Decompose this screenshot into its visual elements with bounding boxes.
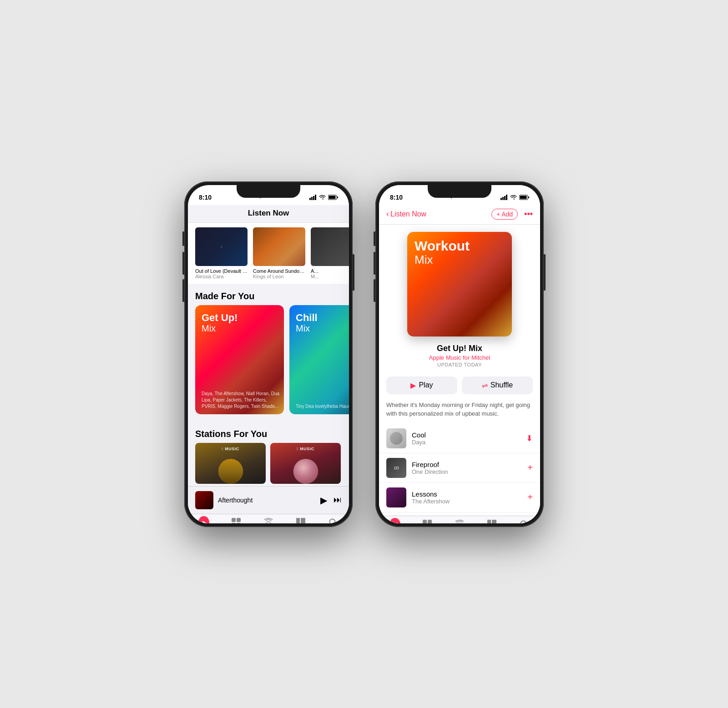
track-item-fireproof[interactable]: 1D Fireproof One Direction +	[379, 453, 540, 483]
playback-buttons: ▶ Play ⇌ Shuffle	[379, 372, 540, 399]
mini-forward-button[interactable]: ⏭	[334, 495, 342, 505]
svg-rect-9	[232, 523, 236, 523]
detail-scroll[interactable]: Workout Mix Get Up! Mix Apple Music for …	[379, 225, 540, 516]
mini-player-controls: ▶ ⏭	[320, 495, 342, 506]
get-up-text: Get Up! Mix	[202, 312, 238, 334]
phones-container: 8:10 ✈	[184, 181, 544, 527]
playlist-info: Get Up! Mix Apple Music for Mitchel UPDA…	[379, 344, 540, 372]
svg-point-11	[267, 522, 270, 523]
notch	[237, 185, 300, 198]
back-button[interactable]: ‹ Listen Now	[386, 209, 426, 219]
phone-1: 8:10 ✈	[184, 181, 353, 527]
volume-down-button-2	[374, 279, 375, 302]
artwork-sub: Mix	[415, 253, 470, 267]
svg-rect-22	[528, 196, 529, 198]
mute-button-2	[374, 231, 375, 246]
chevron-left-icon: ‹	[386, 209, 389, 219]
tab-radio-2[interactable]: Radio	[444, 519, 476, 523]
mini-play-button[interactable]: ▶	[320, 495, 327, 506]
status-time: 8:10	[199, 194, 212, 201]
wifi-icon	[319, 195, 326, 200]
back-label: Listen Now	[390, 210, 426, 218]
track-info-fireproof: Fireproof One Direction	[412, 461, 522, 475]
svg-rect-13	[301, 518, 305, 523]
scroll-content[interactable]: ♪ Out of Love (Devault Re... Alessia Car…	[188, 223, 349, 486]
playlist-description: Whether it's Monday morning or Friday ni…	[379, 399, 540, 424]
tab-listen-now[interactable]: Listen Now	[188, 517, 220, 523]
tab-listen-now-2[interactable]: Listen Now	[379, 519, 411, 523]
stations-title: Stations For You	[195, 429, 267, 439]
station-card-1[interactable]:  MUSIC	[195, 443, 266, 484]
signal-icon	[309, 195, 317, 200]
search-icon	[328, 517, 339, 523]
track-thumb-lessons	[386, 487, 406, 507]
svg-rect-18	[502, 197, 504, 200]
chill-artists: Tiny Dea lovelytheba Haux, Sweet	[296, 403, 349, 410]
tab-library[interactable]: Library	[284, 517, 317, 523]
station-face-2	[293, 459, 318, 484]
library-icon	[295, 517, 306, 523]
chill-mix-card[interactable]: Chill Mix Tiny Dea lovelytheba Haux, Swe…	[289, 305, 349, 414]
artwork-text: Workout Mix	[415, 239, 470, 267]
svg-rect-5	[337, 196, 338, 198]
add-button[interactable]: + Add	[491, 209, 518, 220]
more-button[interactable]: •••	[524, 209, 533, 219]
svg-rect-2	[313, 196, 314, 200]
mini-player[interactable]: Afterthought ▶ ⏭	[188, 486, 349, 514]
tab-browse-2[interactable]: Browse	[411, 519, 444, 523]
volume-down-button	[182, 279, 184, 302]
album-item-2[interactable]: Come Around Sundown... Kings of Leon	[253, 227, 305, 279]
svg-rect-25	[428, 520, 432, 523]
playlist-name: Get Up! Mix	[386, 344, 533, 353]
album-artist-1: Alessia Cara	[195, 274, 248, 279]
track-item-afterthought[interactable]: Afterthought ▶ ⏭	[379, 512, 540, 516]
shuffle-button[interactable]: ⇌ Shuffle	[462, 377, 533, 394]
radio-icon-2	[454, 519, 465, 523]
nav-actions: + Add •••	[491, 209, 533, 220]
main-screen: ♪ Out of Love (Devault Re... Alessia Car…	[188, 223, 349, 523]
track-name-lessons: Lessons	[412, 490, 522, 498]
track-artist-fireproof: One Direction	[412, 468, 522, 475]
volume-up-button-2	[374, 252, 375, 275]
album-artist-3: M...	[311, 274, 349, 279]
get-up-mix-card[interactable]: Get Up! Mix Daya, The Aftershow, Niall H…	[195, 305, 284, 414]
svg-rect-19	[504, 196, 506, 200]
svg-rect-24	[423, 520, 427, 523]
svg-rect-12	[296, 518, 300, 523]
track-item-cool[interactable]: Cool Daya ⬇	[379, 424, 540, 453]
album-cover-3	[311, 227, 349, 266]
tab-radio[interactable]: Radio	[253, 517, 285, 523]
phone-2: 8:10 ✈	[375, 181, 544, 527]
play-button[interactable]: ▶ Play	[386, 377, 457, 394]
stations-row:  MUSIC  MUSIC	[188, 443, 349, 486]
made-for-you-header: Made For You	[188, 284, 349, 305]
tab-library-2[interactable]: Library	[475, 519, 508, 523]
listen-now-play-icon	[198, 516, 209, 523]
battery-icon-2	[519, 195, 529, 200]
track-download-cool[interactable]: ⬇	[526, 433, 533, 443]
tab-search-2[interactable]: Search	[508, 519, 540, 523]
track-add-lessons[interactable]: +	[527, 492, 533, 502]
station-card-2[interactable]:  MUSIC	[270, 443, 341, 484]
album-title-3: A...	[311, 268, 349, 274]
track-name-fireproof: Fireproof	[412, 461, 522, 468]
library-icon-2	[486, 519, 497, 523]
track-artist-lessons: The Aftershow	[412, 498, 522, 505]
album-item-3[interactable]: A... M...	[311, 227, 349, 279]
track-add-fireproof[interactable]: +	[527, 462, 533, 473]
track-info-lessons: Lessons The Aftershow	[412, 490, 522, 505]
listen-now-icon	[198, 517, 209, 523]
album-item-1[interactable]: ♪ Out of Love (Devault Re... Alessia Car…	[195, 227, 248, 279]
listen-now-icon-2	[389, 519, 400, 523]
play-icon: ▶	[410, 381, 416, 390]
chill-bg: Chill Mix Tiny Dea lovelytheba Haux, Swe…	[289, 305, 349, 414]
get-up-name: Get Up!	[202, 312, 238, 323]
track-item-lessons[interactable]: Lessons The Aftershow +	[379, 483, 540, 512]
power-button	[353, 254, 354, 291]
tab-search[interactable]: Search	[317, 517, 349, 523]
svg-rect-23	[520, 196, 527, 199]
made-for-you-title: Made For You	[195, 291, 254, 301]
svg-rect-30	[492, 520, 496, 523]
station-person-1	[218, 459, 243, 484]
tab-browse[interactable]: Browse	[220, 517, 253, 523]
